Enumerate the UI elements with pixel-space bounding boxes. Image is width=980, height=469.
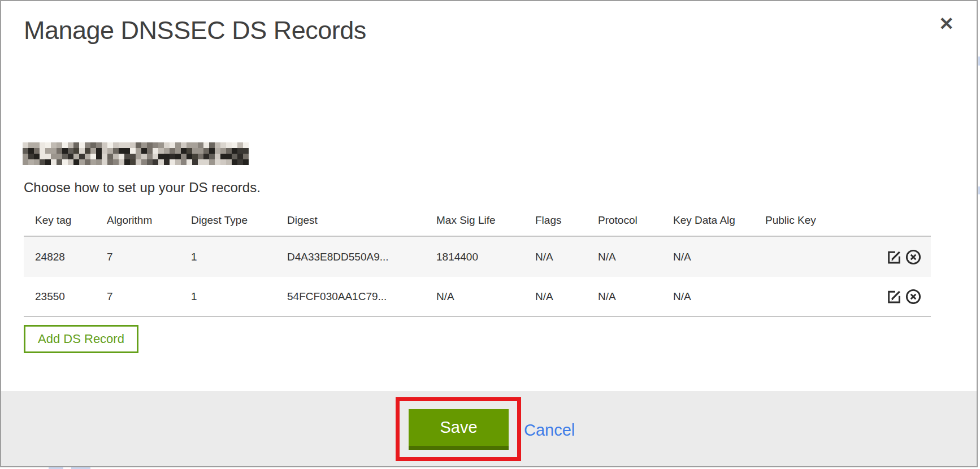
add-ds-record-button[interactable]: Add DS Record xyxy=(24,325,138,353)
col-header-flags: Flags xyxy=(535,214,598,227)
cell-key-tag: 24828 xyxy=(35,251,107,263)
cell-algorithm: 7 xyxy=(107,251,191,263)
instruction-text: Choose how to set up your DS records. xyxy=(24,180,261,196)
col-header-key-tag: Key tag xyxy=(35,214,107,227)
cell-digest: 54FCF030AA1C79... xyxy=(287,290,436,303)
cell-max-sig-life: N/A xyxy=(436,290,535,303)
save-button[interactable]: Save xyxy=(409,409,509,450)
ds-records-table: Key tag Algorithm Digest Type Digest Max… xyxy=(24,205,931,317)
cell-digest-type: 1 xyxy=(191,290,287,303)
col-header-protocol: Protocol xyxy=(598,214,673,227)
cell-max-sig-life: 1814400 xyxy=(436,251,535,263)
cell-digest: D4A33E8DD550A9... xyxy=(287,251,436,263)
col-header-public-key: Public Key xyxy=(765,214,843,227)
annotation-highlight-box: Save xyxy=(396,397,521,461)
cancel-link[interactable]: Cancel xyxy=(524,421,575,440)
cell-key-data-alg: N/A xyxy=(673,290,765,303)
cell-protocol: N/A xyxy=(598,290,673,303)
row-actions xyxy=(843,248,931,266)
close-icon[interactable]: ✕ xyxy=(939,15,954,33)
delete-icon[interactable] xyxy=(904,288,922,306)
table-row: 23550 7 1 54FCF030AA1C79... N/A N/A N/A … xyxy=(24,277,931,317)
cell-key-tag: 23550 xyxy=(35,290,107,303)
manage-dnssec-dialog: ✕ Manage DNSSEC DS Records Choose how to… xyxy=(0,0,978,467)
cell-protocol: N/A xyxy=(598,251,673,263)
cell-key-data-alg: N/A xyxy=(673,251,765,263)
col-header-algorithm: Algorithm xyxy=(107,214,191,227)
dialog-title: Manage DNSSEC DS Records xyxy=(24,16,366,45)
domain-name-redacted xyxy=(23,142,249,165)
col-header-max-sig-life: Max Sig Life xyxy=(436,214,535,227)
cell-digest-type: 1 xyxy=(191,251,287,263)
edit-icon[interactable] xyxy=(885,288,903,306)
edit-icon[interactable] xyxy=(885,248,903,266)
col-header-digest-type: Digest Type xyxy=(191,214,287,227)
table-header-row: Key tag Algorithm Digest Type Digest Max… xyxy=(24,205,931,237)
col-header-key-data-alg: Key Data Alg xyxy=(673,214,765,227)
row-actions xyxy=(843,288,931,306)
col-header-digest: Digest xyxy=(287,214,436,227)
delete-icon[interactable] xyxy=(904,248,922,266)
cell-flags: N/A xyxy=(535,251,598,263)
cell-flags: N/A xyxy=(535,290,598,303)
dialog-footer: Save Cancel xyxy=(1,391,977,466)
table-row: 24828 7 1 D4A33E8DD550A9... 1814400 N/A … xyxy=(24,237,931,277)
cell-algorithm: 7 xyxy=(107,290,191,303)
